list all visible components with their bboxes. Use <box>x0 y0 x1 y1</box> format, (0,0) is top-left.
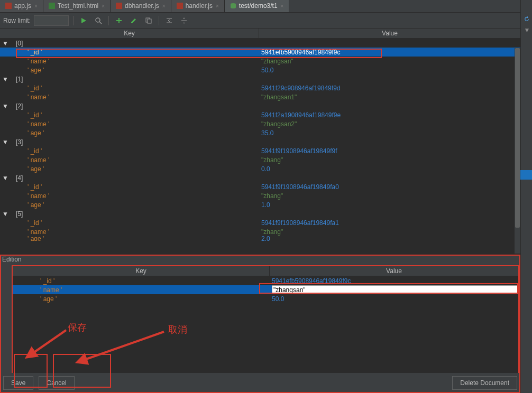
edit-icon[interactable] <box>128 15 140 26</box>
data-row[interactable]: ' _id '5941f9f1908946af19849fa1 <box>0 218 520 227</box>
svg-line-5 <box>99 22 102 24</box>
edition-row[interactable]: ' age '50.0 <box>13 294 518 303</box>
refresh-icon[interactable] <box>524 16 530 22</box>
expand-triangle-icon[interactable]: ▼ <box>0 174 6 182</box>
js-file-icon <box>116 3 122 9</box>
expand-triangle-icon[interactable]: ▼ <box>0 210 6 218</box>
row-limit-label: Row limit: <box>3 17 31 24</box>
key-column-header[interactable]: Key <box>0 29 259 38</box>
rail-marker <box>520 170 532 180</box>
expand-triangle-icon[interactable]: ▼ <box>0 40 6 47</box>
edition-row[interactable]: ' name ' <box>13 285 518 294</box>
tab-handler-js[interactable]: handler.js× <box>171 0 225 12</box>
run-icon[interactable] <box>78 15 89 26</box>
expand-triangle-icon[interactable]: ▼ <box>0 138 6 146</box>
data-row[interactable]: ' name '"zhang" <box>0 227 520 236</box>
data-row[interactable]: ' _id '5941f9f1908946af19849f9f <box>0 146 520 155</box>
svg-rect-0 <box>5 3 12 9</box>
data-row[interactable]: ' _id '5941efb5908946af19849f9c <box>0 48 520 57</box>
data-row[interactable]: ' age '50.0 <box>0 66 520 74</box>
svg-rect-1 <box>49 3 55 9</box>
html-file-icon <box>49 3 55 9</box>
svg-rect-7 <box>148 19 151 23</box>
close-icon[interactable]: × <box>102 3 105 9</box>
add-icon[interactable] <box>113 15 125 26</box>
svg-rect-3 <box>177 3 183 9</box>
data-grid: Key Value ▼[0]' _id '5941efb5908946af198… <box>0 29 520 254</box>
data-row[interactable]: ' name '"zhangsan" <box>0 57 520 66</box>
edition-label: Edition <box>0 255 520 264</box>
record-header[interactable]: ▼[5] <box>0 209 520 218</box>
row-limit-input[interactable] <box>34 15 69 26</box>
close-icon[interactable]: × <box>216 3 219 9</box>
record-header[interactable]: ▼[3] <box>0 137 520 146</box>
data-row[interactable]: ' age '2.0 <box>0 236 520 241</box>
data-row[interactable]: ' name '"zhangsan2" <box>0 119 520 128</box>
cancel-button[interactable]: Cancel <box>39 376 74 390</box>
delete-document-button[interactable]: Delete Document <box>452 376 517 390</box>
close-icon[interactable]: × <box>162 3 166 9</box>
data-row[interactable]: ' age '35.0 <box>0 128 520 137</box>
expand-triangle-icon[interactable]: ▼ <box>0 76 6 83</box>
toolbar: Row limit: <box>0 13 532 29</box>
tab-dbhandler-js[interactable]: dbhandler.js× <box>111 0 171 12</box>
tab-test-html[interactable]: Test_html.html× <box>43 0 111 12</box>
tab-db-collection[interactable]: test/demo3/t1× <box>225 0 290 12</box>
svg-rect-2 <box>116 3 122 9</box>
chevron-down-icon[interactable]: ▼ <box>524 26 529 32</box>
edition-row[interactable]: ' _id '5941efb5908946af19849f9c <box>13 276 518 285</box>
js-file-icon <box>5 3 12 9</box>
database-icon <box>230 3 236 9</box>
record-header[interactable]: ▼[0] <box>0 39 520 48</box>
svg-point-4 <box>96 18 100 22</box>
expand-icon[interactable] <box>178 15 190 26</box>
data-row[interactable]: ' _id '5941f2a1908946af19849f9e <box>0 110 520 119</box>
search-icon[interactable] <box>93 15 104 26</box>
data-row[interactable]: ' _id '5941f29c908946af19849f9d <box>0 83 520 92</box>
tab-app-js[interactable]: app.js× <box>0 0 43 12</box>
save-button[interactable]: Save <box>3 376 33 390</box>
expand-triangle-icon[interactable]: ▼ <box>0 102 6 110</box>
data-row[interactable]: ' name '"zhang" <box>0 155 520 164</box>
js-file-icon <box>177 3 183 9</box>
collapse-icon[interactable] <box>163 15 175 26</box>
record-header[interactable]: ▼[1] <box>0 74 520 83</box>
data-row[interactable]: ' name '"zhang" <box>0 191 520 200</box>
edition-value-header[interactable]: Value <box>270 266 518 276</box>
close-icon[interactable]: × <box>281 3 284 9</box>
data-row[interactable]: ' age '0.0 <box>0 164 520 173</box>
copy-icon[interactable] <box>143 15 154 26</box>
scrollbar[interactable] <box>515 48 520 254</box>
record-header[interactable]: ▼[4] <box>0 173 520 182</box>
edition-panel: Edition Key Value ' _id '5941efb5908946a… <box>0 254 520 393</box>
value-column-header[interactable]: Value <box>259 29 520 38</box>
data-row[interactable]: ' name '"zhangsan1" <box>0 92 520 101</box>
close-icon[interactable]: × <box>34 3 38 9</box>
edition-key-header[interactable]: Key <box>13 266 270 276</box>
right-gutter: ▼ <box>520 0 532 393</box>
edition-value-input[interactable] <box>272 285 518 294</box>
data-row[interactable]: ' _id '5941f9f1908946af19849fa0 <box>0 182 520 191</box>
data-row[interactable]: ' age '1.0 <box>0 200 520 209</box>
editor-tabs: app.js× Test_html.html× dbhandler.js× ha… <box>0 0 532 13</box>
record-header[interactable]: ▼[2] <box>0 101 520 110</box>
